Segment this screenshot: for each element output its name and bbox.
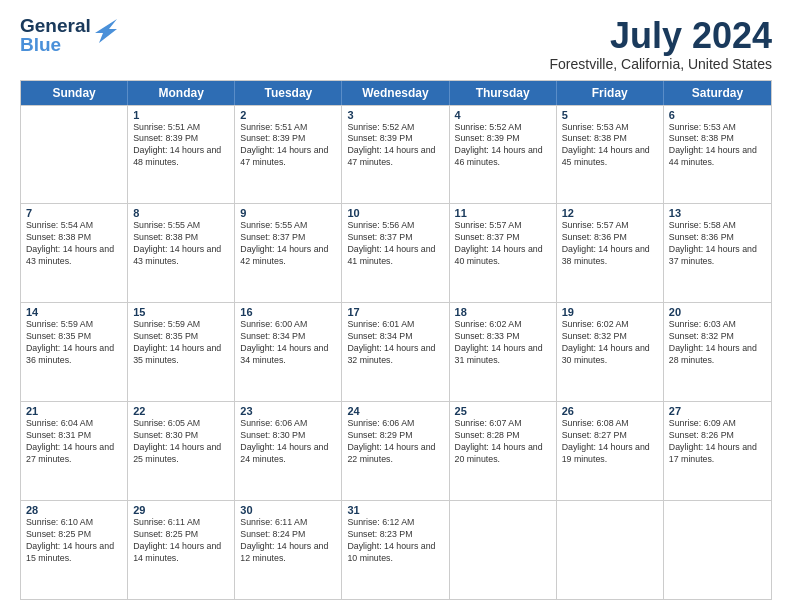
day-info: Sunrise: 6:01 AM Sunset: 8:34 PM Dayligh… bbox=[347, 319, 443, 367]
calendar-day-cell: 21Sunrise: 6:04 AM Sunset: 8:31 PM Dayli… bbox=[21, 402, 128, 500]
calendar-day-cell bbox=[664, 501, 771, 599]
day-info: Sunrise: 6:10 AM Sunset: 8:25 PM Dayligh… bbox=[26, 517, 122, 565]
calendar-day-cell: 18Sunrise: 6:02 AM Sunset: 8:33 PM Dayli… bbox=[450, 303, 557, 401]
day-number: 28 bbox=[26, 504, 122, 516]
calendar-day-cell: 13Sunrise: 5:58 AM Sunset: 8:36 PM Dayli… bbox=[664, 204, 771, 302]
calendar-header-cell: Sunday bbox=[21, 81, 128, 105]
day-number: 8 bbox=[133, 207, 229, 219]
calendar-day-cell: 25Sunrise: 6:07 AM Sunset: 8:28 PM Dayli… bbox=[450, 402, 557, 500]
calendar-day-cell: 14Sunrise: 5:59 AM Sunset: 8:35 PM Dayli… bbox=[21, 303, 128, 401]
calendar-day-cell: 24Sunrise: 6:06 AM Sunset: 8:29 PM Dayli… bbox=[342, 402, 449, 500]
title-block: July 2024 Forestville, California, Unite… bbox=[549, 16, 772, 72]
calendar-day-cell: 17Sunrise: 6:01 AM Sunset: 8:34 PM Dayli… bbox=[342, 303, 449, 401]
calendar-day-cell: 8Sunrise: 5:55 AM Sunset: 8:38 PM Daylig… bbox=[128, 204, 235, 302]
day-info: Sunrise: 6:09 AM Sunset: 8:26 PM Dayligh… bbox=[669, 418, 766, 466]
calendar-day-cell bbox=[557, 501, 664, 599]
day-number: 19 bbox=[562, 306, 658, 318]
day-number: 14 bbox=[26, 306, 122, 318]
day-number: 25 bbox=[455, 405, 551, 417]
day-info: Sunrise: 5:53 AM Sunset: 8:38 PM Dayligh… bbox=[562, 122, 658, 170]
day-number: 7 bbox=[26, 207, 122, 219]
logo-text: GeneralBlue bbox=[20, 16, 91, 54]
day-info: Sunrise: 5:53 AM Sunset: 8:38 PM Dayligh… bbox=[669, 122, 766, 170]
calendar-day-cell: 28Sunrise: 6:10 AM Sunset: 8:25 PM Dayli… bbox=[21, 501, 128, 599]
day-info: Sunrise: 6:11 AM Sunset: 8:24 PM Dayligh… bbox=[240, 517, 336, 565]
day-info: Sunrise: 5:55 AM Sunset: 8:37 PM Dayligh… bbox=[240, 220, 336, 268]
calendar-day-cell: 2Sunrise: 5:51 AM Sunset: 8:39 PM Daylig… bbox=[235, 106, 342, 204]
calendar-week-row: 28Sunrise: 6:10 AM Sunset: 8:25 PM Dayli… bbox=[21, 500, 771, 599]
day-number: 3 bbox=[347, 109, 443, 121]
calendar-day-cell: 30Sunrise: 6:11 AM Sunset: 8:24 PM Dayli… bbox=[235, 501, 342, 599]
calendar-week-row: 1Sunrise: 5:51 AM Sunset: 8:39 PM Daylig… bbox=[21, 105, 771, 204]
logo-icon bbox=[95, 19, 117, 47]
calendar-day-cell: 27Sunrise: 6:09 AM Sunset: 8:26 PM Dayli… bbox=[664, 402, 771, 500]
day-number: 26 bbox=[562, 405, 658, 417]
day-info: Sunrise: 6:07 AM Sunset: 8:28 PM Dayligh… bbox=[455, 418, 551, 466]
calendar: SundayMondayTuesdayWednesdayThursdayFrid… bbox=[20, 80, 772, 600]
calendar-body: 1Sunrise: 5:51 AM Sunset: 8:39 PM Daylig… bbox=[21, 105, 771, 599]
day-info: Sunrise: 5:59 AM Sunset: 8:35 PM Dayligh… bbox=[26, 319, 122, 367]
day-number: 31 bbox=[347, 504, 443, 516]
day-number: 21 bbox=[26, 405, 122, 417]
calendar-day-cell: 19Sunrise: 6:02 AM Sunset: 8:32 PM Dayli… bbox=[557, 303, 664, 401]
calendar-day-cell: 23Sunrise: 6:06 AM Sunset: 8:30 PM Dayli… bbox=[235, 402, 342, 500]
day-info: Sunrise: 6:06 AM Sunset: 8:30 PM Dayligh… bbox=[240, 418, 336, 466]
calendar-header-cell: Monday bbox=[128, 81, 235, 105]
calendar-week-row: 14Sunrise: 5:59 AM Sunset: 8:35 PM Dayli… bbox=[21, 302, 771, 401]
day-number: 1 bbox=[133, 109, 229, 121]
day-info: Sunrise: 6:03 AM Sunset: 8:32 PM Dayligh… bbox=[669, 319, 766, 367]
calendar-day-cell: 5Sunrise: 5:53 AM Sunset: 8:38 PM Daylig… bbox=[557, 106, 664, 204]
calendar-day-cell: 1Sunrise: 5:51 AM Sunset: 8:39 PM Daylig… bbox=[128, 106, 235, 204]
calendar-day-cell bbox=[21, 106, 128, 204]
svg-marker-0 bbox=[95, 19, 117, 43]
day-info: Sunrise: 6:11 AM Sunset: 8:25 PM Dayligh… bbox=[133, 517, 229, 565]
calendar-header-row: SundayMondayTuesdayWednesdayThursdayFrid… bbox=[21, 81, 771, 105]
page: GeneralBlue July 2024 Forestville, Calif… bbox=[0, 0, 792, 612]
day-number: 27 bbox=[669, 405, 766, 417]
day-info: Sunrise: 5:51 AM Sunset: 8:39 PM Dayligh… bbox=[240, 122, 336, 170]
calendar-day-cell: 22Sunrise: 6:05 AM Sunset: 8:30 PM Dayli… bbox=[128, 402, 235, 500]
day-number: 12 bbox=[562, 207, 658, 219]
calendar-day-cell: 20Sunrise: 6:03 AM Sunset: 8:32 PM Dayli… bbox=[664, 303, 771, 401]
day-info: Sunrise: 5:55 AM Sunset: 8:38 PM Dayligh… bbox=[133, 220, 229, 268]
day-info: Sunrise: 5:52 AM Sunset: 8:39 PM Dayligh… bbox=[347, 122, 443, 170]
calendar-header-cell: Wednesday bbox=[342, 81, 449, 105]
day-info: Sunrise: 5:54 AM Sunset: 8:38 PM Dayligh… bbox=[26, 220, 122, 268]
calendar-day-cell: 12Sunrise: 5:57 AM Sunset: 8:36 PM Dayli… bbox=[557, 204, 664, 302]
calendar-day-cell: 11Sunrise: 5:57 AM Sunset: 8:37 PM Dayli… bbox=[450, 204, 557, 302]
calendar-header-cell: Friday bbox=[557, 81, 664, 105]
day-info: Sunrise: 5:56 AM Sunset: 8:37 PM Dayligh… bbox=[347, 220, 443, 268]
day-number: 13 bbox=[669, 207, 766, 219]
day-info: Sunrise: 6:05 AM Sunset: 8:30 PM Dayligh… bbox=[133, 418, 229, 466]
calendar-week-row: 7Sunrise: 5:54 AM Sunset: 8:38 PM Daylig… bbox=[21, 203, 771, 302]
day-number: 2 bbox=[240, 109, 336, 121]
day-info: Sunrise: 6:04 AM Sunset: 8:31 PM Dayligh… bbox=[26, 418, 122, 466]
day-info: Sunrise: 6:08 AM Sunset: 8:27 PM Dayligh… bbox=[562, 418, 658, 466]
calendar-day-cell: 7Sunrise: 5:54 AM Sunset: 8:38 PM Daylig… bbox=[21, 204, 128, 302]
day-info: Sunrise: 5:58 AM Sunset: 8:36 PM Dayligh… bbox=[669, 220, 766, 268]
calendar-day-cell: 3Sunrise: 5:52 AM Sunset: 8:39 PM Daylig… bbox=[342, 106, 449, 204]
calendar-week-row: 21Sunrise: 6:04 AM Sunset: 8:31 PM Dayli… bbox=[21, 401, 771, 500]
header: GeneralBlue July 2024 Forestville, Calif… bbox=[20, 16, 772, 72]
day-number: 18 bbox=[455, 306, 551, 318]
day-info: Sunrise: 6:06 AM Sunset: 8:29 PM Dayligh… bbox=[347, 418, 443, 466]
day-info: Sunrise: 6:02 AM Sunset: 8:33 PM Dayligh… bbox=[455, 319, 551, 367]
day-number: 16 bbox=[240, 306, 336, 318]
day-info: Sunrise: 5:52 AM Sunset: 8:39 PM Dayligh… bbox=[455, 122, 551, 170]
day-info: Sunrise: 5:59 AM Sunset: 8:35 PM Dayligh… bbox=[133, 319, 229, 367]
day-number: 11 bbox=[455, 207, 551, 219]
day-info: Sunrise: 6:02 AM Sunset: 8:32 PM Dayligh… bbox=[562, 319, 658, 367]
month-title: July 2024 bbox=[549, 16, 772, 56]
day-info: Sunrise: 5:57 AM Sunset: 8:37 PM Dayligh… bbox=[455, 220, 551, 268]
day-number: 17 bbox=[347, 306, 443, 318]
calendar-header-cell: Tuesday bbox=[235, 81, 342, 105]
day-number: 9 bbox=[240, 207, 336, 219]
calendar-day-cell: 26Sunrise: 6:08 AM Sunset: 8:27 PM Dayli… bbox=[557, 402, 664, 500]
day-info: Sunrise: 6:12 AM Sunset: 8:23 PM Dayligh… bbox=[347, 517, 443, 565]
calendar-day-cell: 29Sunrise: 6:11 AM Sunset: 8:25 PM Dayli… bbox=[128, 501, 235, 599]
day-number: 5 bbox=[562, 109, 658, 121]
calendar-day-cell: 4Sunrise: 5:52 AM Sunset: 8:39 PM Daylig… bbox=[450, 106, 557, 204]
calendar-day-cell: 9Sunrise: 5:55 AM Sunset: 8:37 PM Daylig… bbox=[235, 204, 342, 302]
day-number: 22 bbox=[133, 405, 229, 417]
day-number: 29 bbox=[133, 504, 229, 516]
